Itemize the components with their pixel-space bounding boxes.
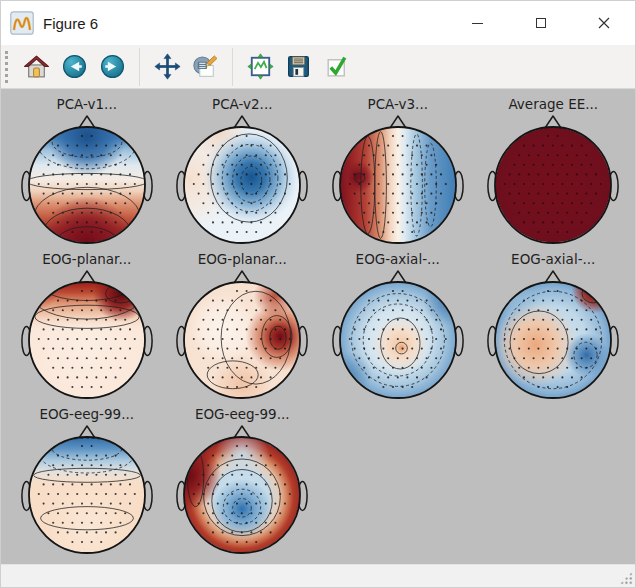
- maximize-button[interactable]: [509, 1, 572, 45]
- subplot-title: PCA-v2...: [212, 96, 272, 113]
- topomap-head: [486, 114, 620, 246]
- topomap-head: [331, 269, 465, 401]
- options-button[interactable]: [318, 49, 354, 85]
- topomap-head: [20, 424, 154, 556]
- subplot-eog-axial-1: EOG-axial-...: [320, 251, 476, 406]
- topomap-head: [20, 269, 154, 401]
- home-button[interactable]: [18, 49, 54, 85]
- toolbar-separator: [139, 48, 140, 86]
- save-button[interactable]: [280, 49, 316, 85]
- subplots-button[interactable]: [242, 49, 278, 85]
- minimize-button[interactable]: [446, 1, 509, 45]
- subplot-title: Average EE...: [508, 96, 598, 113]
- toolbar-separator: [232, 48, 233, 86]
- topomap-head: [486, 269, 620, 401]
- magnifier-pencil-icon: [192, 53, 219, 80]
- title-bar[interactable]: Figure 6: [1, 1, 635, 45]
- subplot-pca-v3: PCA-v3...: [320, 96, 476, 251]
- figure-window: Figure 6: [0, 0, 636, 588]
- subplot-eog-planar-1: EOG-planar...: [9, 251, 165, 406]
- subplot-eog-planar-2: EOG-planar...: [165, 251, 321, 406]
- subplot-average-eeg: Average EE...: [476, 96, 632, 251]
- matplotlib-toolbar: [1, 45, 635, 89]
- close-icon: [598, 17, 610, 29]
- subplot-grid: PCA-v1... PCA-v2... PCA-v3... Average EE…: [1, 89, 635, 561]
- maximize-icon: [536, 18, 546, 28]
- subplot-title: EOG-axial-...: [356, 251, 440, 268]
- floppy-disk-icon: [285, 53, 312, 80]
- subplot-title: EOG-axial-...: [511, 251, 595, 268]
- subplot-title: EOG-eeg-99...: [195, 406, 290, 423]
- subplot-pca-v2: PCA-v2...: [165, 96, 321, 251]
- pan-arrows-icon: [154, 53, 181, 80]
- subplot-title: PCA-v1...: [57, 96, 117, 113]
- pan-button[interactable]: [149, 49, 185, 85]
- configure-subplots-icon: [247, 53, 274, 80]
- matplotlib-app-icon: [10, 11, 34, 35]
- subplot-title: EOG-planar...: [42, 251, 131, 268]
- window-controls: [446, 1, 635, 45]
- subplot-eog-axial-2: EOG-axial-...: [476, 251, 632, 406]
- checkmark-icon: [323, 53, 350, 80]
- home-icon: [23, 53, 50, 80]
- subplot-pca-v1: PCA-v1...: [9, 96, 165, 251]
- minimize-icon: [472, 23, 483, 24]
- topomap-head: [175, 269, 309, 401]
- topomap-head: [175, 114, 309, 246]
- window-title: Figure 6: [43, 15, 98, 32]
- subplot-eog-eeg-1: EOG-eeg-99...: [9, 406, 165, 561]
- back-button[interactable]: [56, 49, 92, 85]
- resize-grip[interactable]: [619, 571, 633, 585]
- subplot-title: PCA-v3...: [368, 96, 428, 113]
- subplot-title: EOG-planar...: [198, 251, 287, 268]
- subplot-title: EOG-eeg-99...: [39, 406, 134, 423]
- figure-canvas[interactable]: PCA-v1... PCA-v2... PCA-v3... Average EE…: [1, 89, 635, 564]
- status-bar: [1, 564, 635, 587]
- close-button[interactable]: [572, 1, 635, 45]
- topomap-head: [175, 424, 309, 556]
- forward-arrow-icon: [99, 53, 126, 80]
- toolbar-grip[interactable]: [5, 51, 8, 83]
- topomap-head: [331, 114, 465, 246]
- zoom-rect-button[interactable]: [187, 49, 223, 85]
- back-arrow-icon: [61, 53, 88, 80]
- topomap-head: [20, 114, 154, 246]
- forward-button[interactable]: [94, 49, 130, 85]
- subplot-eog-eeg-2: EOG-eeg-99...: [165, 406, 321, 561]
